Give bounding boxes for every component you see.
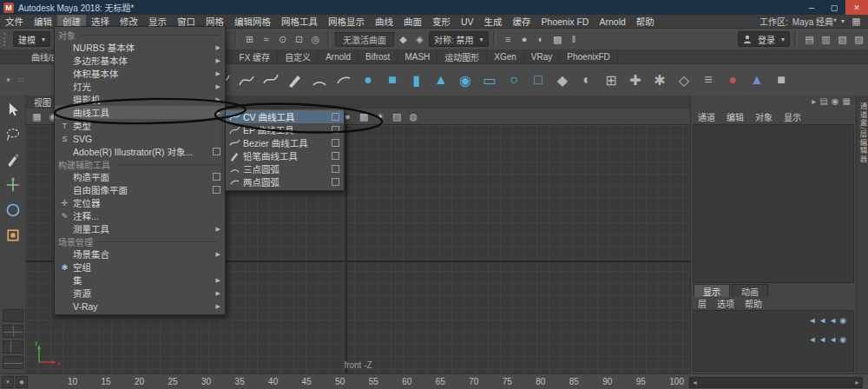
bezier-curve-shelf-icon[interactable] xyxy=(260,69,282,91)
utility-cube-shelf-icon[interactable]: ■ xyxy=(770,69,792,91)
option-box[interactable] xyxy=(213,186,220,194)
paint-select-tool-button[interactable] xyxy=(3,150,23,169)
render-icon[interactable]: ● xyxy=(517,31,532,47)
loft-shelf-icon[interactable]: ◐ xyxy=(575,69,598,91)
menu-item-measure-tools[interactable]: 测量工具▶ xyxy=(55,222,225,235)
menu-item-construction-plane[interactable]: 构造平面 xyxy=(55,170,225,183)
two-point-arc-shelf-icon[interactable] xyxy=(332,69,355,91)
three-point-arc-shelf-icon[interactable] xyxy=(308,69,331,91)
minimize-button[interactable]: ─ xyxy=(800,0,823,15)
two-point-arc-options[interactable] xyxy=(332,178,339,186)
extrude-shelf-icon[interactable]: ✚ xyxy=(624,69,647,91)
pencil-curve-tool-options[interactable] xyxy=(332,152,339,160)
layout-two-pane-stacked-button[interactable] xyxy=(3,356,23,369)
channel-box-list[interactable] xyxy=(693,124,854,283)
maximize-button[interactable]: ▢ xyxy=(823,0,845,15)
light-cone-shelf-icon[interactable]: ▲ xyxy=(746,69,768,91)
channel-box-menu-channels[interactable]: 通道 xyxy=(698,110,715,123)
make-live-icon[interactable]: ◎ xyxy=(308,31,323,47)
menu-set-selector[interactable]: 建模 ▾ xyxy=(13,31,50,47)
snap-point-icon[interactable]: ⊙ xyxy=(275,31,290,47)
channel-box-menu-object[interactable]: 对象 xyxy=(755,110,773,123)
shelf-tab-custom[interactable]: 自定义 xyxy=(278,49,319,63)
menu-item-lights[interactable]: 灯光▶ xyxy=(55,80,225,93)
option-box[interactable] xyxy=(213,173,220,181)
menu-item-empty-group[interactable]: ✱空组 xyxy=(55,260,225,274)
scale-tool-button[interactable] xyxy=(3,226,23,245)
move-tool-button[interactable] xyxy=(3,175,23,194)
menu-item-free-image-plane[interactable]: 自由图像平面 xyxy=(55,183,225,196)
select-camera-icon[interactable]: ▦ xyxy=(30,109,44,124)
planar-shelf-icon[interactable]: ⊞ xyxy=(600,69,622,91)
menu-item-adobe-illustrator-object[interactable]: Adobe(R) Illustrator(R) 对象... xyxy=(55,145,225,158)
close-button[interactable]: ✕ xyxy=(845,0,868,15)
bezier-curve-tool-options[interactable] xyxy=(332,139,339,147)
range-slider[interactable]: ◄ ► xyxy=(689,377,863,388)
snap-grid-icon[interactable]: ⊞ xyxy=(242,31,257,47)
select-tool-button[interactable] xyxy=(3,100,23,119)
menu-cache[interactable]: 缓存 xyxy=(508,15,536,28)
channel-box-menu-edit[interactable]: 编辑 xyxy=(727,110,744,123)
layer-playback-icon[interactable]: ◄ xyxy=(819,335,826,344)
menu-item-scene-assembly[interactable]: 场景集合▶ xyxy=(55,247,225,260)
revolve-shelf-icon[interactable]: ◆ xyxy=(551,69,574,91)
screen-space-ao-icon[interactable]: ◍ xyxy=(406,109,421,124)
snap-plane-icon[interactable]: ⊡ xyxy=(292,31,306,47)
input-connections-icon[interactable]: ◆ xyxy=(396,31,411,47)
layer-visibility-icon[interactable]: ◄ xyxy=(808,316,816,325)
sidebar-tab-channel-box[interactable]: 通道盒/层编辑器 xyxy=(857,96,868,170)
shelf-tab-mash[interactable]: MASH xyxy=(398,49,437,63)
menu-curves[interactable]: 曲线 xyxy=(370,15,398,28)
submenu-item-two-point-arc[interactable]: 两点圆弧 xyxy=(226,175,344,188)
layer-menu-help[interactable]: 帮助 xyxy=(745,297,762,310)
menu-mesh-display[interactable]: 网格显示 xyxy=(323,15,370,28)
sidebar-toggle-tool-settings-icon[interactable]: ▧ xyxy=(835,31,850,47)
camera-snapshot-icon[interactable]: ◉ xyxy=(832,96,839,109)
nurbs-cone-shelf-icon[interactable]: ▲ xyxy=(430,69,452,91)
rotate-tool-button[interactable] xyxy=(3,201,23,220)
menu-item-locator[interactable]: ✛定位器 xyxy=(55,196,225,209)
ep-curve-tool-options[interactable] xyxy=(332,126,339,134)
submenu-item-cv-curve-tool[interactable]: CV 曲线工具 xyxy=(226,110,344,123)
menu-file[interactable]: 文件 xyxy=(0,15,29,28)
menu-item-type[interactable]: T类型 xyxy=(55,119,225,132)
menu-item-polygon-primitives[interactable]: 多边形基本体▶ xyxy=(55,54,225,67)
workspace-selector[interactable]: Maya 经典* xyxy=(792,15,837,28)
menu-item-annotation[interactable]: ✎注释... xyxy=(55,209,225,222)
menu-item-svg[interactable]: SSVG xyxy=(55,132,225,145)
ipr-render-icon[interactable]: ◐ xyxy=(534,31,549,47)
copy-tab-icon[interactable]: ▤ xyxy=(819,96,827,109)
bevel-shelf-icon[interactable]: ≡ xyxy=(697,69,720,91)
sidebar-toggle-channel-box-icon[interactable]: ▨ xyxy=(852,31,866,47)
menu-item-sets[interactable]: 集▶ xyxy=(55,274,225,287)
panel-options-icon[interactable]: ▦ xyxy=(843,96,851,109)
nurbs-torus-shelf-icon[interactable]: ◉ xyxy=(454,69,477,91)
menu-arnold[interactable]: Arnold xyxy=(594,15,630,28)
panel-menu-view[interactable]: 视图 xyxy=(30,96,56,109)
textured-icon[interactable]: ▩ xyxy=(357,109,372,124)
shelf-tab-motion-graphics[interactable]: 运动图形 xyxy=(437,49,487,63)
range-slider-left-arrow-icon[interactable]: ◄ xyxy=(692,379,698,386)
sidebar-toggle-attribute-editor-icon[interactable]: ▥ xyxy=(819,31,833,47)
shelf-tab-bifrost[interactable]: Bifrost xyxy=(358,49,398,63)
shelf-grip-icon[interactable]: ∷ xyxy=(16,69,27,91)
time-slider[interactable]: ▾ ◆ 10 15 20 25 30 35 40 45 50 55 60 65 … xyxy=(0,373,868,389)
menu-item-vray[interactable]: V-Ray▶ xyxy=(55,300,225,313)
menu-item-curve-tools[interactable]: 曲线工具▶ xyxy=(55,106,225,119)
layout-four-pane-button[interactable] xyxy=(3,325,23,338)
layer-menu-options[interactable]: 选项 xyxy=(717,297,734,310)
layer-color-icon[interactable]: ◉ xyxy=(839,335,846,344)
nurbs-plane-shelf-icon[interactable]: ▭ xyxy=(478,69,501,91)
nurbs-circle-shelf-icon[interactable]: ○ xyxy=(503,69,525,91)
layer-playback-icon[interactable]: ◄ xyxy=(819,316,826,325)
channel-box-menu-show[interactable]: 显示 xyxy=(784,110,801,123)
submenu-item-three-point-arc[interactable]: 三点圆弧 xyxy=(226,162,344,175)
pause-icon[interactable]: ‖ xyxy=(567,31,582,47)
lighting-toggle-icon[interactable]: ☀ xyxy=(373,109,388,124)
login-button[interactable]: 登录 ▾ xyxy=(738,31,790,47)
submenu-item-ep-curve-tool[interactable]: EP 曲线工具 xyxy=(226,123,344,136)
snap-curve-icon[interactable]: ≈ xyxy=(259,31,273,47)
menu-edit-mesh[interactable]: 编辑网格 xyxy=(229,15,276,28)
menu-surfaces[interactable]: 曲面 xyxy=(398,15,427,28)
three-point-arc-options[interactable] xyxy=(332,165,339,173)
